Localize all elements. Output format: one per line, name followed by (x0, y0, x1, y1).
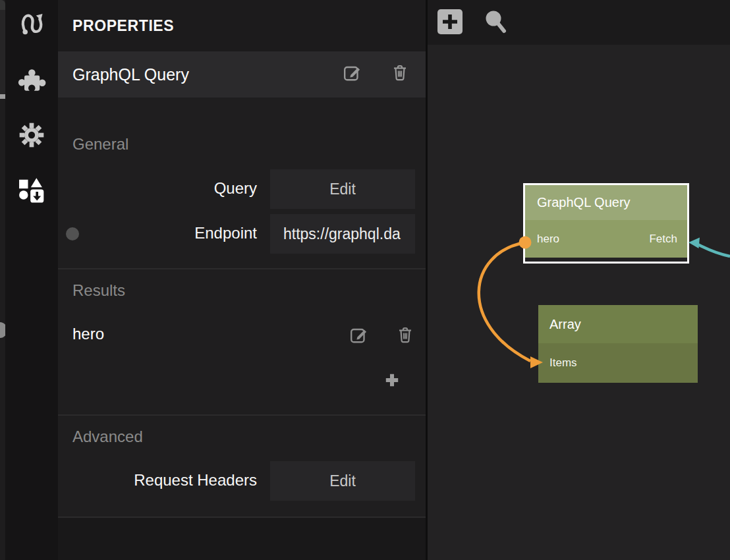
search-icon (483, 9, 508, 34)
request-headers-edit-button[interactable]: Edit (270, 461, 415, 501)
node-title: Array (549, 317, 581, 332)
window-edge-strip (0, 0, 5, 560)
trash-icon (396, 325, 414, 345)
section-heading-general: General (72, 135, 128, 154)
selected-node-row[interactable]: GraphQL Query (58, 51, 426, 98)
port-fetch[interactable]: Fetch (649, 233, 677, 246)
section-heading-advanced: Advanced (72, 428, 143, 446)
edge-notch (0, 94, 5, 99)
node-title: GraphQL Query (537, 195, 631, 210)
panel-title: PROPERTIES (72, 17, 174, 35)
query-edit-button[interactable]: Edit (270, 169, 415, 209)
edit-result-button[interactable] (348, 323, 370, 346)
properties-panel: PROPERTIES GraphQL Query General Query E… (58, 0, 426, 560)
gear-icon (17, 121, 46, 150)
add-node-button[interactable] (437, 9, 463, 34)
node-graphql-query[interactable]: GraphQL Query hero Fetch (523, 183, 689, 264)
add-result-button[interactable] (381, 369, 403, 391)
edge-corner (0, 0, 5, 10)
port-hero[interactable]: hero (537, 233, 559, 246)
edit-icon (343, 63, 362, 82)
endpoint-label: Endpoint (194, 224, 257, 242)
port-items[interactable]: Items (549, 356, 577, 370)
sidebar-item-prefabs[interactable] (16, 174, 47, 206)
node-port-row: Items (538, 343, 698, 383)
section-heading-results: Results (72, 281, 125, 300)
endpoint-connection-dot[interactable] (66, 227, 79, 240)
node-header[interactable]: GraphQL Query (525, 185, 687, 220)
sidebar (5, 0, 58, 560)
node-graph-icon (17, 9, 46, 38)
connections-layer (428, 0, 730, 560)
properties-header: PROPERTIES (58, 0, 426, 51)
node-canvas[interactable]: GraphQL Query hero Fetch Array Items (428, 0, 730, 560)
request-headers-label: Request Headers (134, 471, 257, 490)
canvas-toolbar (428, 0, 730, 45)
plus-icon (383, 372, 401, 389)
rename-node-button[interactable] (341, 61, 364, 84)
puzzle-icon (17, 67, 46, 96)
search-nodes-button[interactable] (483, 9, 508, 34)
shapes-export-icon (17, 175, 46, 204)
section-divider (58, 268, 426, 269)
trash-icon (391, 63, 409, 82)
edit-icon (349, 325, 369, 345)
selected-node-title: GraphQL Query (72, 65, 189, 84)
query-label: Query (214, 179, 257, 198)
result-item-label: hero (72, 325, 104, 343)
sidebar-item-settings[interactable] (16, 119, 47, 151)
panel-footer-area (58, 518, 426, 560)
endpoint-input[interactable]: https://graphql.da (270, 214, 415, 254)
edge-segment (0, 10, 5, 94)
delete-result-button[interactable] (394, 323, 416, 346)
sidebar-item-node-editor[interactable] (16, 7, 47, 39)
delete-node-button[interactable] (389, 61, 411, 84)
node-header[interactable]: Array (538, 305, 698, 343)
node-array[interactable]: Array Items (538, 305, 698, 383)
sidebar-item-components[interactable] (16, 65, 47, 97)
add-node-icon (437, 9, 463, 34)
section-divider (58, 414, 426, 416)
node-port-row: hero Fetch (525, 220, 687, 258)
connection-to-fetch[interactable] (697, 244, 730, 257)
